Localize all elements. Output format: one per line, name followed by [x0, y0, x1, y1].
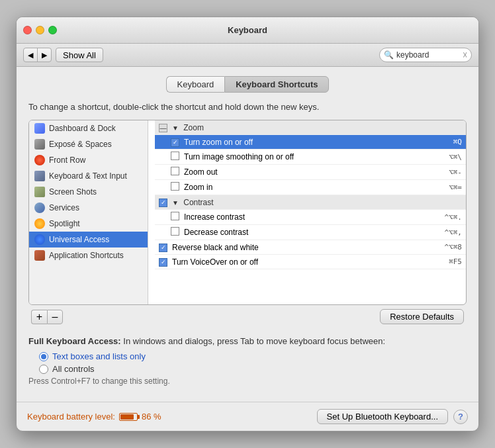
radio-text-boxes-circle[interactable] — [39, 352, 48, 361]
shortcut-row-increase-contrast[interactable]: Increase contrast ^⌥⌘. — [155, 210, 466, 225]
forward-button[interactable]: ▶ — [38, 48, 51, 62]
sidebar-item-universal[interactable]: Universal Access — [29, 232, 148, 247]
add-shortcut-button[interactable]: + — [31, 310, 47, 324]
group-header-zoom[interactable]: — ▼ Zoom — [155, 120, 466, 135]
titlebar: Keyboard — [17, 17, 478, 44]
content-area: Keyboard Keyboard Shortcuts To change a … — [17, 67, 478, 395]
services-icon — [34, 202, 45, 213]
reverse-label: Reverse black and white — [172, 243, 409, 252]
sidebar-label-services: Services — [49, 203, 79, 212]
contrast-triangle: ▼ — [172, 199, 179, 206]
smoothing-key: ⌥⌘\ — [409, 153, 462, 161]
dashboard-icon — [34, 123, 45, 134]
shortcut-row-decrease-contrast[interactable]: Decrease contrast ^⌥⌘, — [155, 225, 466, 240]
restore-defaults-button[interactable]: Restore Defaults — [380, 309, 464, 324]
zoomout-label: Zoom out — [184, 167, 409, 177]
main-panel: Dashboard & Dock Exposé & Spaces Front R… — [28, 120, 467, 305]
shortcut-row-reverse[interactable]: Reverse black and white ^⌥⌘8 — [155, 240, 466, 255]
keyboard-icon — [34, 171, 45, 181]
zoomout-checkbox[interactable] — [171, 167, 179, 175]
window-title: Keyboard — [228, 25, 267, 35]
radio-all-controls-label: All controls — [52, 364, 95, 374]
voiceover-key: ⌘F5 — [409, 257, 462, 266]
full-keyboard-label: Full Keyboard Access: In windows and dia… — [28, 336, 467, 346]
minimize-button[interactable] — [36, 26, 44, 34]
sidebar-item-appshortcuts[interactable]: Application Shortcuts — [29, 247, 148, 263]
sidebar-label-universal: Universal Access — [49, 235, 109, 244]
close-button[interactable] — [23, 26, 32, 34]
zoom-triangle: ▼ — [172, 124, 179, 132]
tab-bar: Keyboard Keyboard Shortcuts — [28, 76, 467, 93]
sidebar-item-keyboard[interactable]: Keyboard & Text Input — [29, 168, 148, 184]
smoothing-label: Turn image smoothing on or off — [184, 152, 409, 161]
statusbar-right: Set Up Bluetooth Keyboard... ? — [317, 409, 468, 424]
sidebar-item-dashboard[interactable]: Dashboard & Dock — [29, 120, 148, 136]
maximize-button[interactable] — [48, 26, 57, 34]
decrease-contrast-key: ^⌥⌘, — [409, 228, 462, 237]
bluetooth-button[interactable]: Set Up Bluetooth Keyboard... — [317, 409, 448, 424]
battery-info: Keyboard battery level: 86 % — [27, 412, 161, 422]
tab-keyboard[interactable]: Keyboard — [166, 76, 225, 93]
battery-percent: 86 % — [142, 412, 161, 422]
group-header-contrast[interactable]: ▼ Contrast — [155, 195, 466, 210]
zoomin-checkbox[interactable] — [171, 182, 179, 191]
help-button[interactable]: ? — [453, 410, 468, 424]
nav-arrows: ◀ ▶ — [23, 48, 52, 62]
show-all-button[interactable]: Show All — [56, 48, 103, 62]
battery-label: Keyboard battery level: — [27, 412, 115, 422]
decrease-contrast-checkbox[interactable] — [171, 227, 179, 236]
zoom-toggle-key: ⌘Q — [409, 138, 462, 146]
sidebar: Dashboard & Dock Exposé & Spaces Front R… — [29, 120, 148, 304]
zoomin-label: Zoom in — [184, 183, 409, 192]
radio-text-boxes[interactable]: Text boxes and lists only — [39, 351, 467, 361]
statusbar: Keyboard battery level: 86 % Set Up Blue… — [17, 402, 478, 431]
battery-fill — [120, 414, 134, 420]
remove-shortcut-button[interactable]: – — [47, 310, 63, 324]
shortcut-row-zoomin[interactable]: Zoom in ⌥⌘= — [155, 180, 466, 195]
sidebar-label-expose: Exposé & Spaces — [49, 140, 112, 149]
sidebar-label-screenshots: Screen Shots — [49, 187, 97, 197]
voiceover-checkbox[interactable] — [159, 258, 167, 267]
zoomout-key: ⌥⌘- — [409, 168, 462, 177]
search-box: 🔍 ☓ — [379, 48, 472, 62]
radio-all-controls-circle[interactable] — [39, 365, 48, 374]
smoothing-checkbox[interactable] — [171, 152, 179, 160]
radio-text-boxes-label: Text boxes and lists only — [52, 351, 146, 361]
search-clear-icon[interactable]: ☓ — [463, 50, 467, 60]
sidebar-label-spotlight: Spotlight — [49, 219, 80, 228]
full-keyboard-section: Full Keyboard Access: In windows and dia… — [28, 336, 467, 386]
sidebar-label-frontrow: Front Row — [49, 156, 85, 165]
sidebar-item-expose[interactable]: Exposé & Spaces — [29, 136, 148, 152]
sidebar-label-appshortcuts: Application Shortcuts — [49, 251, 124, 260]
zoom-group-toggle[interactable]: — — [159, 124, 167, 132]
universal-icon — [34, 234, 45, 245]
sidebar-item-spotlight[interactable]: Spotlight — [29, 216, 148, 232]
radio-all-controls[interactable]: All controls — [39, 364, 467, 374]
tab-keyboard-shortcuts[interactable]: Keyboard Shortcuts — [224, 76, 329, 93]
voiceover-label: Turn VoiceOver on or off — [172, 257, 409, 267]
shortcut-row-zoomout[interactable]: Zoom out ⌥⌘- — [155, 165, 466, 180]
expose-icon — [34, 139, 45, 150]
radio-group: Text boxes and lists only All controls — [39, 351, 467, 374]
search-icon: 🔍 — [384, 50, 394, 60]
shortcut-row-voiceover[interactable]: Turn VoiceOver on or off ⌘F5 — [155, 255, 466, 269]
instruction-text: To change a shortcut, double-click the s… — [28, 102, 467, 112]
screenshots-icon — [34, 187, 45, 197]
back-button[interactable]: ◀ — [24, 48, 38, 62]
search-input[interactable] — [396, 50, 463, 60]
shortcut-row-smoothing[interactable]: Turn image smoothing on or off ⌥⌘\ — [155, 150, 466, 165]
sidebar-item-frontrow[interactable]: Front Row — [29, 152, 148, 168]
sidebar-item-screenshots[interactable]: Screen Shots — [29, 184, 148, 200]
contrast-group-toggle[interactable] — [159, 199, 167, 207]
add-remove-buttons: + – — [31, 310, 63, 324]
shortcut-row-zoom-toggle[interactable]: Turn zoom on or off ⌘Q — [155, 135, 466, 150]
decrease-contrast-label: Decrease contrast — [184, 228, 409, 237]
zoom-toggle-label: Turn zoom on or off — [184, 138, 409, 147]
sidebar-item-services[interactable]: Services — [29, 200, 148, 216]
sidebar-label-dashboard: Dashboard & Dock — [49, 124, 116, 133]
zoom-toggle-checkbox[interactable] — [171, 138, 179, 147]
reverse-checkbox[interactable] — [159, 244, 167, 252]
traffic-lights — [23, 26, 57, 34]
main-window: Keyboard ◀ ▶ Show All 🔍 ☓ Keyboard Keybo… — [16, 17, 479, 431]
increase-contrast-checkbox[interactable] — [171, 212, 179, 220]
